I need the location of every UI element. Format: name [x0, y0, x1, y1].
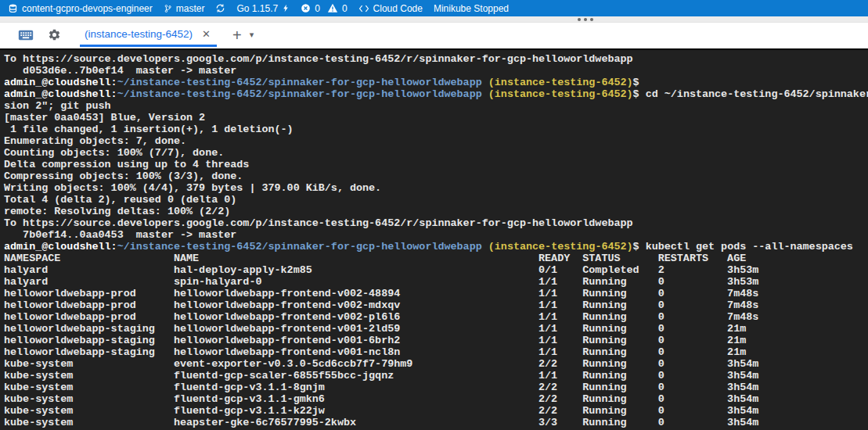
close-icon[interactable]: ✕ [200, 28, 212, 40]
minikube-status-label: Minikube Stopped [434, 3, 509, 14]
pods-row: kube-system fluentd-gcp-v3.1.1-k22jw 2/2… [4, 405, 868, 417]
top-status-bar: content-gcpro-devops-engineer master Go … [0, 0, 868, 16]
statusbar-cloud-code-item[interactable]: Cloud Code [358, 0, 423, 16]
terminal-tab-label: (instance-testing-6452) [85, 28, 193, 40]
pods-row: helloworldwebapp-prod helloworldwebapp-f… [4, 288, 868, 299]
statusbar-branch-item[interactable]: master [164, 0, 205, 16]
terminal-output[interactable]: To https://source.developers.google.com/… [0, 48, 868, 430]
statusbar-project-label: content-gcpro-devops-engineer [22, 3, 153, 14]
pods-header-row: NAMESPACE NAME READY STATUS RESTARTS AGE [4, 253, 868, 264]
database-icon [8, 3, 18, 14]
git-push-ref-line: d053d6e..7b0ef14 master -> master [4, 65, 868, 77]
prompt-line: admin_@cloudshell:~/instance-testing-645… [4, 77, 868, 88]
statusbar-branch-label: master [176, 3, 205, 14]
git-push-remote-line: To https://source.developers.google.com/… [4, 217, 868, 229]
pods-row: helloworldwebapp-prod helloworldwebapp-f… [4, 311, 868, 323]
wrapped-command-line: sion 2"; git push [4, 100, 868, 112]
pods-row: kube-system fluentd-gcp-v3.1.1-gmkn6 2/2… [4, 393, 868, 405]
chevron-down-icon[interactable]: ▾ [250, 30, 254, 40]
terminal-tab-bar: (instance-testing-6452) ✕ + ▾ [0, 23, 868, 47]
pods-row: kube-system event-exporter-v0.3.0-5cd6cc… [4, 358, 868, 370]
pods-row: helloworldwebapp-staging helloworldwebap… [4, 346, 868, 358]
git-output-line: Counting objects: 100% (7/7), done. [4, 147, 868, 159]
git-commit-line: [master 0aa0453] Blue, Version 2 [4, 112, 868, 124]
code-icon [358, 4, 369, 13]
git-commit-stats-line: 1 file changed, 1 insertion(+), 1 deleti… [4, 124, 868, 135]
git-push-remote-line: To https://source.developers.google.com/… [4, 53, 868, 65]
git-push-ref-line: 7b0ef14..0aa0453 master -> master [4, 229, 868, 241]
git-output-line: Compressing objects: 100% (3/3), done. [4, 170, 868, 182]
git-output-line: Writing objects: 100% (4/4), 379 bytes |… [4, 182, 868, 194]
warning-icon [327, 3, 338, 13]
cloud-code-label: Cloud Code [373, 3, 423, 14]
statusbar-project-item[interactable]: content-gcpro-devops-engineer [8, 0, 153, 16]
keyboard-icon[interactable] [17, 27, 34, 44]
terminal-tab[interactable]: (instance-testing-6452) ✕ [80, 23, 217, 47]
gear-icon[interactable] [45, 27, 63, 44]
pods-row: halyard spin-halyard-0 1/1 Running 0 3h5… [4, 276, 868, 288]
statusbar-minikube-item[interactable]: Minikube Stopped [434, 0, 509, 16]
go-version-label: Go 1.15.7 [236, 3, 278, 14]
git-branch-icon [164, 3, 172, 14]
pods-row: helloworldwebapp-staging helloworldwebap… [4, 323, 868, 335]
statusbar-sync-item[interactable] [215, 0, 225, 16]
statusbar-go-version-item[interactable]: Go 1.15.7 [236, 0, 290, 16]
git-output-line: Delta compression using up to 4 threads [4, 159, 868, 170]
panel-resize-strip[interactable] [0, 16, 868, 23]
sync-icon [215, 3, 225, 13]
pods-row: kube-system fluentd-gcp-scaler-6855f55bc… [4, 370, 868, 382]
pods-row: helloworldwebapp-staging helloworldwebap… [4, 335, 868, 346]
git-output-line: Total 4 (delta 2), reused 0 (delta 0) [4, 194, 868, 206]
warning-count: 0 [342, 3, 348, 14]
error-count: 0 [315, 3, 320, 14]
statusbar-problems-item[interactable]: 0 0 [301, 0, 347, 16]
prompt-line-cd-command: admin_@cloudshell:~/instance-testing-645… [4, 88, 868, 100]
git-output-line: Enumerating objects: 7, done. [4, 135, 868, 147]
error-icon [301, 3, 311, 13]
prompt-line-kubectl-command: admin_@cloudshell:~/instance-testing-645… [4, 241, 868, 253]
pods-row: kube-system heapster-gke-6c76577995-2kwb… [4, 417, 868, 428]
lightning-icon [282, 3, 290, 13]
git-output-line: remote: Resolving deltas: 100% (2/2) [4, 206, 868, 217]
drag-handle-icon[interactable] [578, 18, 593, 21]
pods-row: halyard hal-deploy-apply-k2m85 0/1 Compl… [4, 264, 868, 276]
pods-row: helloworldwebapp-prod helloworldwebapp-f… [4, 299, 868, 311]
new-terminal-button[interactable]: + [232, 27, 242, 43]
pods-row: kube-system fluentd-gcp-v3.1.1-8gnjm 2/2… [4, 382, 868, 393]
